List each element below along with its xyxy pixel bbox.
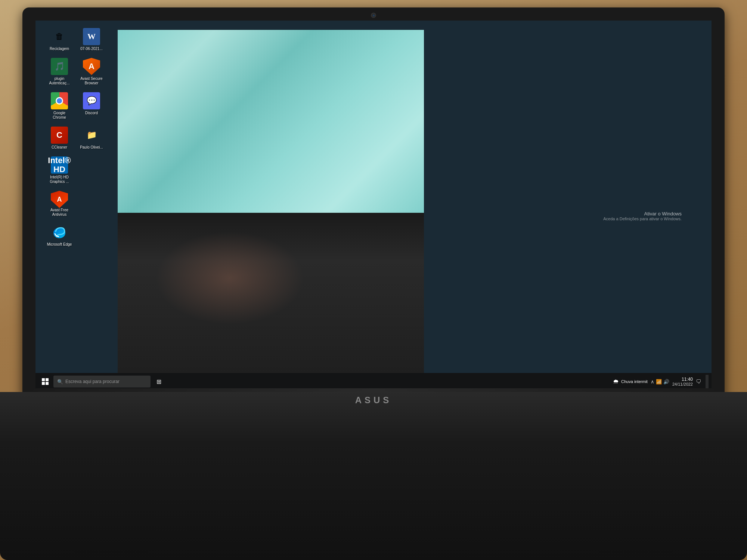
desktop: 🗑 Reciclagem W 07-06-2021... 🎵 plugin Au… [35,21,712,390]
icon-row-3: Google Chrome 💬 Discord [47,92,104,120]
task-view-button[interactable]: ⊞ [152,375,165,388]
win-activate-subtitle: Aceda a Definições para ativar o Windows… [603,217,682,221]
notification-icon[interactable]: 🗨 [696,379,701,385]
icon-avast-free[interactable]: A Avast Free Antivirus [47,191,72,217]
laptop-outer: 🗑 Reciclagem W 07-06-2021... 🎵 plugin Au… [0,0,747,560]
icon-label-avast-free: Avast Free Antivirus [47,208,72,217]
icon-label-chrome: Google Chrome [47,111,72,120]
asus-logo: ASUS [355,395,392,405]
vent-r3 [624,551,635,553]
chevron-up-icon[interactable]: ∧ [651,379,654,385]
vent-2 [87,551,98,553]
avast-secure-icon: A [83,58,100,75]
folder-icon: 📁 [83,127,100,144]
taskbar-right: 🌧 Chuva intermit ∧ 📶 🔊 11:40 24/11/2022 … [613,375,709,388]
icon-row-1: 🗑 Reciclagem W 07-06-2021... [47,28,104,51]
system-tray-icons: ∧ 📶 🔊 [651,379,669,385]
icon-row-2: 🎵 plugin Autenticaç... A Avast Secure Br… [47,58,104,85]
recycle-icon: 🗑 [51,28,68,45]
vent-6 [136,551,148,553]
icon-label-intel: Intel(R) HD Graphics ... [47,175,72,184]
laptop-body: ASUS Esc F1 F2 F3 F4 F5 F6 F7 F8 F9 F10 … [0,392,747,560]
icon-intel-hd[interactable]: Intel®HD Intel(R) HD Graphics ... [47,156,72,184]
clock-time: 11:40 [672,377,693,382]
search-icon: 🔍 [57,379,63,385]
network-icon: 📶 [656,379,662,385]
icon-row-5: Intel®HD Intel(R) HD Graphics ... [47,156,104,184]
icon-avast-secure[interactable]: A Avast Secure Browser [79,58,104,85]
start-icon-q1 [42,378,45,381]
search-bar[interactable]: 🔍 Escreva aqui para procurar [53,376,151,388]
weather-icon: 🌧 [613,378,619,385]
vent-r2 [612,551,623,553]
win-activate-title: Ativar o Windows [603,211,682,217]
weather-widget: 🌧 Chuva intermit [613,378,648,385]
icon-label-paulo: Paulo Olivei... [80,145,103,150]
vent-5 [124,551,135,553]
avast-free-icon: A [51,191,68,208]
vent-3 [99,551,111,553]
icon-row-4: C CCleaner 📁 Paulo Olivei... [47,127,104,150]
vent-right [599,551,672,553]
word-icon: W [83,28,100,45]
vent-r5 [649,551,660,553]
laptop-lid: 🗑 Reciclagem W 07-06-2021... 🎵 plugin Au… [22,7,725,399]
icon-label-ccleaner: CCleaner [52,145,67,150]
plugin-icon: 🎵 [51,58,68,75]
icon-recycle-bin[interactable]: 🗑 Reciclagem [47,28,72,51]
icon-row-7: Microsoft Edge [47,224,104,247]
search-placeholder: Escreva aqui para procurar [65,379,120,384]
windows-activation: Ativar o Windows Aceda a Definições para… [603,211,682,221]
vent-4 [112,551,123,553]
icon-paulo[interactable]: 📁 Paulo Olivei... [79,127,104,150]
vent-r4 [636,551,648,553]
start-icon-q2 [46,378,49,381]
vent-r6 [661,551,672,553]
icon-label-recycle: Reciclagem [50,47,69,51]
start-icon-q4 [46,382,49,385]
desktop-icons: 🗑 Reciclagem W 07-06-2021... 🎵 plugin Au… [47,28,104,247]
start-icon-q3 [42,382,45,385]
icon-label-plugin: plugin Autenticaç... [47,77,72,85]
edge-icon [51,224,68,241]
task-view-icon: ⊞ [156,378,161,385]
weather-condition: Chuva intermit [621,379,648,384]
chrome-icon [51,92,68,109]
start-button[interactable] [38,375,52,388]
icon-label-avast-secure: Avast Secure Browser [79,77,104,85]
vent-r1 [599,551,611,553]
icon-ccleaner[interactable]: C CCleaner [47,127,72,150]
vent-left [75,551,148,553]
taskbar: 🔍 Escreva aqui para procurar ⊞ 🌧 Chuva i… [35,373,712,390]
vent-1 [75,551,86,553]
start-icon [42,378,49,385]
webcam [371,13,376,18]
screen-content [118,30,424,213]
screen-reflection [118,213,424,373]
intel-icon: Intel®HD [51,156,68,174]
icon-microsoft-edge[interactable]: Microsoft Edge [47,224,72,247]
icon-google-chrome[interactable]: Google Chrome [47,92,72,120]
icon-label-edge: Microsoft Edge [47,242,72,247]
icon-row-6: A Avast Free Antivirus [47,191,104,217]
icon-word-doc[interactable]: W 07-06-2021... [79,28,104,51]
clock-date: 24/11/2022 [672,382,693,386]
volume-icon: 🔊 [663,379,669,385]
icon-discord[interactable]: 💬 Discord [79,92,104,120]
ccleaner-icon: C [51,127,68,144]
icon-label-word: 07-06-2021... [80,47,103,51]
clock[interactable]: 11:40 24/11/2022 [672,377,693,386]
discord-icon: 💬 [83,92,100,109]
icon-label-discord: Discord [85,111,98,115]
chrome-icon-inner [56,97,63,105]
icon-plugin[interactable]: 🎵 plugin Autenticaç... [47,58,72,85]
show-desktop-button[interactable] [706,375,709,388]
